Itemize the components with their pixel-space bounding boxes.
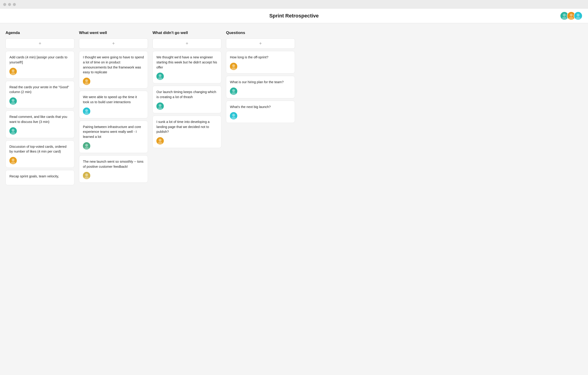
svg-point-31 [85,173,88,176]
column-questions: Questions+How long is the off-sprint? Wh… [226,31,295,368]
svg-point-8 [576,17,580,20]
svg-point-10 [12,69,14,72]
column-what-didnt-go-well: What didn't go well+We thought we'd have… [153,31,221,368]
card-avatar[interactable] [230,112,237,119]
column-agenda: Agenda+Add cards (4 min) [assign your ca… [6,31,74,368]
card-avatar[interactable] [230,63,237,70]
column-what-went-well: What went well+I thought we were going t… [79,31,148,368]
card-avatar[interactable] [157,102,164,110]
card-text: Our launch timing keeps changing which i… [157,90,218,100]
header-avatar-group [562,11,582,20]
card-avatar[interactable] [83,107,90,115]
card: Discussion of top-voted cards, ordered b… [6,140,74,168]
header-avatar-3[interactable] [574,11,582,20]
svg-point-1 [563,13,566,17]
card: We were able to speed up the time it too… [79,91,148,118]
traffic-light-minimize[interactable] [8,3,11,6]
card-text: Add cards (4 min) [assign your cards to … [10,55,71,65]
svg-point-22 [85,79,88,82]
card-text: I sunk a lot of time into developing a l… [157,119,218,134]
title-bar [0,0,588,9]
app-header: Sprint Retrospective [0,9,588,23]
card: How long is the off-sprint? [226,51,295,74]
traffic-light-close[interactable] [3,3,6,6]
card: The new launch went so smoothly -- tons … [79,155,148,183]
svg-point-28 [85,144,88,147]
card-text: Read the cards your wrote in the "Good" … [10,85,71,95]
card-text: Pairing between infrastructure and core … [83,125,144,139]
card-avatar[interactable] [230,87,237,95]
add-card-button-what-went-well[interactable]: + [79,38,148,49]
svg-point-40 [159,139,161,141]
card-text: We thought we'd have a new engineer star… [157,55,218,70]
card-avatar[interactable] [83,78,90,85]
card: What is our hiring plan for the team? [226,76,295,98]
svg-point-43 [232,64,235,67]
card: Read comment, and like cards that you wa… [6,110,74,138]
card: Recap sprint goals, team velocity, [6,170,74,185]
card-text: I thought we were going to have to spend… [83,55,144,75]
add-card-button-questions[interactable]: + [226,38,295,49]
column-title-what-didnt-go-well: What didn't go well [153,31,221,35]
card-text: Recap sprint goals, team velocity, [10,174,71,179]
svg-point-7 [577,13,580,17]
svg-point-25 [85,109,88,112]
card: I thought we were going to have to spend… [79,51,148,88]
svg-point-19 [12,159,14,161]
add-card-button-agenda[interactable]: + [6,38,74,49]
svg-point-2 [562,17,567,20]
svg-point-49 [232,114,235,117]
card: What's the next big launch? [226,101,295,123]
card-avatar[interactable] [157,73,164,80]
card-text: What's the next big launch? [230,105,291,110]
add-card-button-what-didnt-go-well[interactable]: + [153,38,221,49]
card: Pairing between infrastructure and core … [79,121,148,153]
svg-point-16 [12,129,14,132]
card-text: What is our hiring plan for the team? [230,80,291,85]
card-text: Read comment, and like cards that you wa… [10,114,71,125]
svg-point-37 [159,104,161,107]
card: We thought we'd have a new engineer star… [153,51,221,83]
page-title: Sprint Retrospective [269,13,319,19]
card-avatar[interactable] [157,137,164,145]
column-title-agenda: Agenda [6,31,74,35]
card-avatar[interactable] [10,68,17,75]
card-avatar[interactable] [10,97,17,105]
card: Add cards (4 min) [assign your cards to … [6,51,74,79]
svg-point-34 [159,74,161,77]
column-title-questions: Questions [226,31,295,35]
card-text: The new launch went so smoothly -- tons … [83,159,144,169]
svg-point-13 [12,99,14,102]
card-text: We were able to speed up the time it too… [83,95,144,105]
card-avatar[interactable] [83,172,90,179]
card: Read the cards your wrote in the "Good" … [6,81,74,108]
card-text: How long is the off-sprint? [230,55,291,60]
svg-point-46 [232,89,235,92]
card-avatar[interactable] [10,127,17,135]
card-text: Discussion of top-voted cards, ordered b… [10,144,71,154]
board: Agenda+Add cards (4 min) [assign your ca… [0,23,588,375]
svg-point-5 [569,17,574,20]
card: Our launch timing keeps changing which i… [153,86,221,113]
card-avatar[interactable] [10,157,17,164]
column-title-what-went-well: What went well [79,31,148,35]
card: I sunk a lot of time into developing a l… [153,116,221,148]
card-avatar[interactable] [83,142,90,150]
traffic-light-maximize[interactable] [13,3,16,6]
svg-point-4 [570,13,573,17]
